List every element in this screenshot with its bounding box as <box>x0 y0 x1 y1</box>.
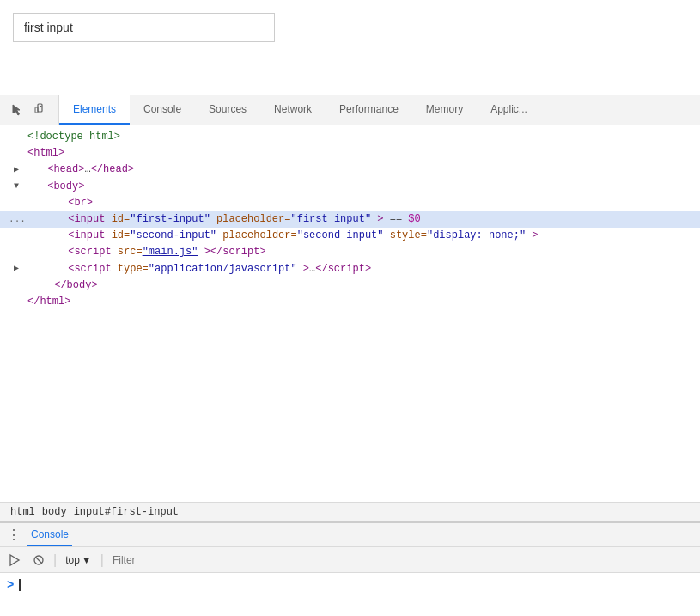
svg-rect-2 <box>35 107 38 113</box>
svg-rect-0 <box>38 104 42 112</box>
html-open-line: <html> <box>0 145 700 162</box>
html-close-line: </html> <box>0 294 700 310</box>
console-tab[interactable]: Console <box>27 523 72 546</box>
first-input-field[interactable] <box>13 13 275 42</box>
toolbar-icons <box>0 95 59 125</box>
console-clear-button[interactable] <box>5 551 24 570</box>
console-prompt-symbol: > <box>7 578 14 592</box>
devtools-panel: Elements Console Sources Network Perform… <box>0 95 700 616</box>
devtools-tabs: Elements Console Sources Network Perform… <box>59 95 700 125</box>
script-app-line[interactable]: ▶ <script type="application/javascript" … <box>0 261 700 278</box>
doctype-line: <!doctype html> <box>0 129 700 145</box>
tab-sources[interactable]: Sources <box>195 95 260 125</box>
svg-line-5 <box>36 557 42 563</box>
svg-marker-3 <box>10 555 19 565</box>
tab-console[interactable]: Console <box>130 95 195 125</box>
script-main-line: <script src="main.js" ></script> <box>0 244 700 260</box>
inspect-element-button[interactable] <box>7 100 27 120</box>
tab-network[interactable]: Network <box>260 95 326 125</box>
console-section: ⋮ Console | top ▼ | <box>0 521 700 616</box>
head-expand-arrow[interactable]: ▶ <box>14 165 19 174</box>
console-filter-input[interactable] <box>109 552 695 568</box>
elements-panel: <!doctype html> <html> ▶ <head>…</head> … <box>0 125 700 502</box>
breadcrumb-input[interactable]: input#first-input <box>70 506 182 518</box>
body-close-line: </body> <box>0 278 700 294</box>
br-line: <br> <box>0 195 700 211</box>
body-open-line: ▼ <body> <box>0 179 700 195</box>
tab-memory[interactable]: Memory <box>412 95 477 125</box>
tab-performance[interactable]: Performance <box>326 95 412 125</box>
body-expand-arrow[interactable]: ▼ <box>14 181 19 191</box>
breadcrumb-html[interactable]: html <box>7 506 39 518</box>
device-toolbar-button[interactable] <box>31 100 52 120</box>
breadcrumb-body[interactable]: body <box>39 506 70 518</box>
console-toolbar: | top ▼ | <box>0 547 700 573</box>
console-context-select[interactable]: top ▼ <box>62 552 95 568</box>
console-output: > <box>0 573 700 616</box>
second-input-line: <input id="second-input" placeholder="se… <box>0 228 700 244</box>
svg-rect-1 <box>40 106 42 107</box>
page-area <box>0 0 700 95</box>
devtools-toolbar: Elements Console Sources Network Perform… <box>0 95 700 125</box>
console-menu-icon[interactable]: ⋮ <box>7 527 21 543</box>
console-cursor <box>19 579 21 591</box>
tab-elements[interactable]: Elements <box>59 95 130 125</box>
tab-application[interactable]: Applic... <box>477 95 541 125</box>
console-prompt: > <box>7 578 693 592</box>
breadcrumb-bar: html body input#first-input <box>0 502 700 521</box>
console-stop-button[interactable] <box>29 551 48 570</box>
head-collapsed-line[interactable]: ▶ <head>…</head> <box>0 162 700 178</box>
console-tab-bar: ⋮ Console <box>0 523 700 547</box>
first-input-line[interactable]: ... <input id="first-input" placeholder=… <box>0 211 700 228</box>
script-expand-arrow[interactable]: ▶ <box>14 264 19 273</box>
